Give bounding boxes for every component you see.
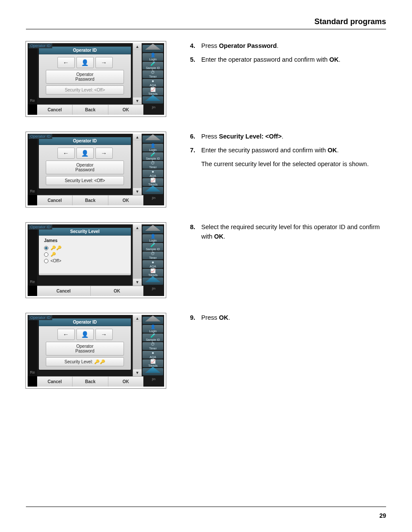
device-background-tab: Operator ID	[29, 224, 52, 230]
sidebar-item-sample-id[interactable]: 🧪Sample ID	[143, 62, 163, 69]
security-option-two-keys[interactable]: 🔑🔑	[44, 246, 126, 250]
sidebar-item-timer[interactable]: ⏱Timer	[143, 342, 163, 350]
prev-operator-button[interactable]: ←	[57, 329, 75, 340]
sidebar-item-trends[interactable]: 📈Trends	[143, 178, 163, 186]
scroll-up-icon[interactable]: ▲	[133, 134, 142, 141]
panel-scrollbar[interactable]: ▲ ▼	[133, 134, 142, 195]
device-left-edge: Re	[28, 315, 37, 376]
scroll-up-icon[interactable]: ▲	[133, 224, 142, 231]
device-background-tab: Operator ID	[29, 134, 52, 139]
scroll-down-icon[interactable]: ▼	[133, 369, 142, 376]
sidebar-item-sample-id[interactable]: 🧪Sample ID	[143, 243, 163, 251]
login-icon: 👤	[150, 234, 155, 239]
back-button[interactable]: Back	[73, 105, 108, 115]
panel-scrollbar[interactable]: ▲ ▼	[133, 315, 142, 376]
security-option-one-key[interactable]: 🔑	[44, 252, 126, 257]
operator-id-panel: Operator ID ← 👤 → Operator Password Secu…	[39, 137, 131, 189]
device-left-edge: Re	[28, 134, 37, 195]
back-button[interactable]: Back	[73, 195, 108, 205]
sidebar-item-aqa[interactable]: ●AQA	[143, 260, 163, 268]
sidebar-item-aqa[interactable]: ●AQA	[143, 170, 163, 177]
security-level-button[interactable]: Security Level: <Off>	[46, 176, 124, 185]
cancel-button[interactable]: Cancel	[37, 195, 73, 205]
operator-password-button[interactable]: Operator Password	[46, 161, 124, 174]
sidebar-item-sample-id[interactable]: 🧪Sample ID	[143, 152, 163, 160]
step-number: 9.	[190, 313, 201, 323]
sidebar-item-timer[interactable]: ⏱Timer	[143, 161, 163, 169]
operator-icon-button[interactable]: 👤	[76, 329, 94, 340]
radio-selected-icon	[44, 246, 48, 250]
device-screenshot-4: Re Operator ID Operator ID ← 👤 → Operato…	[26, 313, 166, 388]
sidebar-item-aqa[interactable]: ●AQA	[143, 79, 163, 87]
scroll-down-icon[interactable]: ▼	[133, 98, 142, 104]
sidebar-bottom-label: jin	[143, 286, 164, 296]
sidebar-item-trends[interactable]: 📈Trends	[143, 359, 163, 367]
device-background-tab: Operator ID	[29, 43, 52, 48]
panel-scrollbar[interactable]: ▲ ▼	[133, 43, 142, 104]
sidebar-item-login[interactable]: 👤Login	[143, 53, 163, 61]
security-option-off[interactable]: <Off>	[44, 258, 126, 263]
next-operator-button[interactable]: →	[95, 329, 113, 340]
device-background-tab: Operator ID	[29, 315, 52, 320]
security-level-button[interactable]: Security Level: <Off>	[46, 85, 124, 94]
trends-icon: 📈	[150, 178, 155, 183]
sample-id-icon: 🧪	[150, 334, 155, 338]
row-step-8: Re Operator ID Security Level James 🔑🔑 🔑…	[26, 223, 386, 298]
device-left-edge: Re	[28, 224, 37, 286]
security-level-button[interactable]: Security Level: 🔑🔑	[46, 357, 124, 366]
radio-icon	[44, 259, 48, 263]
operator-password-button[interactable]: Operator Password	[46, 342, 124, 356]
sidebar-logo-icon	[143, 45, 163, 52]
sidebar-item-login[interactable]: 👤Login	[143, 325, 163, 333]
step-5: 5. Enter the operator password and confi…	[190, 55, 386, 65]
prev-operator-button[interactable]: ←	[57, 57, 75, 68]
sidebar-bottom-label: jin	[143, 104, 164, 115]
security-level-keys-icon: 🔑🔑	[94, 359, 105, 364]
operator-icon-button[interactable]: 👤	[76, 57, 94, 68]
one-key-icon: 🔑	[51, 252, 56, 257]
sidebar-item-timer[interactable]: ⏱Timer	[143, 252, 163, 259]
page-header-title: Standard programs	[26, 17, 386, 29]
cancel-button[interactable]: Cancel	[37, 377, 73, 387]
sidebar-item-aqa[interactable]: ●AQA	[143, 351, 163, 359]
device-sidebar: 👤Login 🧪Sample ID ⏱Timer ●AQA 📈Trends	[142, 224, 164, 286]
operator-icon-button[interactable]: 👤	[76, 148, 94, 159]
login-icon: 👤	[150, 53, 155, 57]
sidebar-item-trends[interactable]: 📈Trends	[143, 269, 163, 277]
panel-title: Operator ID	[39, 47, 131, 54]
step-8: 8. Select the required security level fo…	[190, 223, 386, 242]
scroll-up-icon[interactable]: ▲	[133, 315, 142, 322]
next-operator-button[interactable]: →	[95, 57, 113, 68]
back-button[interactable]: Back	[73, 377, 108, 387]
cancel-button[interactable]: Cancel	[37, 105, 73, 115]
sidebar-item-trends[interactable]: 📈Trends	[143, 88, 163, 95]
timer-icon: ⏱	[151, 252, 155, 256]
trends-icon: 📈	[150, 88, 155, 92]
sidebar-bottom-label: jin	[143, 195, 164, 205]
row-step-6-7: Re Operator ID Operator ID ← 👤 → Operato…	[26, 132, 386, 207]
ok-button[interactable]: OK	[91, 286, 144, 296]
panel-bottom-bar: Cancel Back OK	[37, 195, 143, 205]
cancel-button[interactable]: Cancel	[37, 286, 91, 296]
next-operator-button[interactable]: →	[95, 148, 113, 159]
panel-scrollbar[interactable]: ▲ ▼	[133, 224, 142, 286]
operator-password-button[interactable]: Operator Password	[46, 70, 124, 84]
aqa-icon: ●	[152, 351, 154, 355]
device-screenshot-1: Re Operator ID Operator ID ← 👤 → Operato…	[26, 41, 166, 116]
ok-button[interactable]: OK	[108, 105, 143, 115]
sidebar-item-timer[interactable]: ⏱Timer	[143, 70, 163, 78]
scroll-up-icon[interactable]: ▲	[133, 43, 142, 50]
sample-id-icon: 🧪	[150, 62, 155, 66]
device-sidebar: 👤Login 🧪Sample ID ⏱Timer ●AQA 📈Trends	[142, 315, 164, 376]
scroll-down-icon[interactable]: ▼	[133, 279, 142, 286]
sidebar-item-login[interactable]: 👤Login	[143, 144, 163, 151]
ok-button[interactable]: OK	[108, 377, 143, 387]
scroll-down-icon[interactable]: ▼	[133, 188, 142, 195]
ok-button[interactable]: OK	[108, 195, 143, 205]
sidebar-item-login[interactable]: 👤Login	[143, 234, 163, 242]
aqa-icon: ●	[152, 79, 154, 83]
device-sidebar: 👤Login 🧪Sample ID ⏱Timer ●AQA 📈Trends	[142, 43, 164, 104]
step-number: 4.	[190, 41, 201, 51]
prev-operator-button[interactable]: ←	[57, 148, 75, 159]
sidebar-item-sample-id[interactable]: 🧪Sample ID	[143, 334, 163, 341]
